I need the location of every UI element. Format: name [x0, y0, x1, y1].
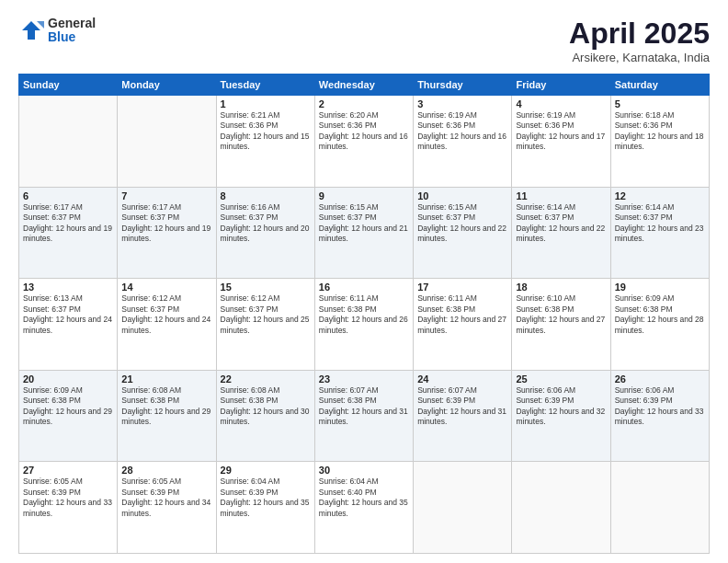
col-saturday: Saturday	[610, 75, 709, 96]
svg-marker-0	[22, 21, 40, 40]
day-info: Sunrise: 6:11 AM Sunset: 6:38 PM Dayligh…	[319, 293, 409, 336]
day-info: Sunrise: 6:09 AM Sunset: 6:38 PM Dayligh…	[615, 293, 705, 336]
calendar-week-row: 27Sunrise: 6:05 AM Sunset: 6:39 PM Dayli…	[19, 462, 710, 554]
day-info: Sunrise: 6:20 AM Sunset: 6:36 PM Dayligh…	[319, 110, 409, 153]
calendar-week-row: 13Sunrise: 6:13 AM Sunset: 6:37 PM Dayli…	[19, 279, 710, 371]
day-number: 24	[417, 373, 507, 385]
day-number: 29	[221, 465, 311, 476]
calendar-table: Sunday Monday Tuesday Wednesday Thursday…	[18, 74, 710, 554]
table-row: 9Sunrise: 6:15 AM Sunset: 6:37 PM Daylig…	[314, 187, 413, 279]
day-number: 6	[23, 190, 113, 201]
table-row: 3Sunrise: 6:19 AM Sunset: 6:36 PM Daylig…	[414, 96, 512, 188]
col-monday: Monday	[118, 75, 216, 96]
day-number: 21	[121, 373, 211, 385]
table-row: 16Sunrise: 6:11 AM Sunset: 6:38 PM Dayli…	[314, 279, 413, 371]
day-info: Sunrise: 6:15 AM Sunset: 6:37 PM Dayligh…	[417, 202, 507, 245]
calendar-week-row: 20Sunrise: 6:09 AM Sunset: 6:38 PM Dayli…	[19, 370, 710, 462]
table-row	[118, 96, 216, 188]
table-row: 26Sunrise: 6:06 AM Sunset: 6:39 PM Dayli…	[610, 370, 709, 462]
day-info: Sunrise: 6:14 AM Sunset: 6:37 PM Dayligh…	[516, 202, 606, 245]
day-number: 26	[615, 373, 705, 385]
table-row: 18Sunrise: 6:10 AM Sunset: 6:38 PM Dayli…	[512, 279, 610, 371]
col-wednesday: Wednesday	[314, 75, 413, 96]
svg-marker-1	[37, 21, 44, 29]
page: General Blue April 2025 Arsikere, Karnat…	[0, 0, 728, 563]
day-info: Sunrise: 6:16 AM Sunset: 6:37 PM Dayligh…	[221, 202, 311, 245]
table-row	[610, 462, 709, 554]
day-number: 18	[516, 282, 606, 293]
day-info: Sunrise: 6:08 AM Sunset: 6:38 PM Dayligh…	[121, 385, 211, 428]
logo-text: General Blue	[48, 17, 96, 45]
day-info: Sunrise: 6:21 AM Sunset: 6:36 PM Dayligh…	[221, 110, 311, 153]
day-number: 16	[319, 282, 409, 293]
day-number: 19	[615, 282, 705, 293]
table-row: 2Sunrise: 6:20 AM Sunset: 6:36 PM Daylig…	[314, 96, 413, 188]
logo-icon	[18, 17, 44, 43]
day-info: Sunrise: 6:05 AM Sunset: 6:39 PM Dayligh…	[121, 477, 211, 519]
logo: General Blue	[18, 17, 96, 45]
table-row	[414, 462, 512, 554]
day-number: 2	[319, 98, 409, 109]
table-row: 8Sunrise: 6:16 AM Sunset: 6:37 PM Daylig…	[216, 187, 314, 279]
col-friday: Friday	[512, 75, 610, 96]
day-number: 22	[221, 373, 311, 385]
table-row: 11Sunrise: 6:14 AM Sunset: 6:37 PM Dayli…	[512, 187, 610, 279]
location: Arsikere, Karnataka, India	[569, 51, 710, 64]
day-number: 4	[516, 98, 606, 109]
day-number: 17	[417, 282, 507, 293]
col-sunday: Sunday	[19, 75, 118, 96]
day-info: Sunrise: 6:17 AM Sunset: 6:37 PM Dayligh…	[121, 202, 211, 245]
table-row: 1Sunrise: 6:21 AM Sunset: 6:36 PM Daylig…	[216, 96, 314, 188]
day-number: 7	[121, 190, 211, 201]
table-row: 6Sunrise: 6:17 AM Sunset: 6:37 PM Daylig…	[19, 187, 118, 279]
header: General Blue April 2025 Arsikere, Karnat…	[18, 17, 710, 64]
day-info: Sunrise: 6:19 AM Sunset: 6:36 PM Dayligh…	[417, 110, 507, 153]
table-row: 22Sunrise: 6:08 AM Sunset: 6:38 PM Dayli…	[216, 370, 314, 462]
col-thursday: Thursday	[414, 75, 512, 96]
day-info: Sunrise: 6:18 AM Sunset: 6:36 PM Dayligh…	[615, 110, 705, 153]
day-info: Sunrise: 6:04 AM Sunset: 6:40 PM Dayligh…	[319, 477, 409, 519]
day-info: Sunrise: 6:06 AM Sunset: 6:39 PM Dayligh…	[615, 385, 705, 428]
day-info: Sunrise: 6:11 AM Sunset: 6:38 PM Dayligh…	[417, 293, 507, 336]
day-number: 3	[417, 98, 507, 109]
day-info: Sunrise: 6:08 AM Sunset: 6:38 PM Dayligh…	[221, 385, 311, 428]
table-row: 14Sunrise: 6:12 AM Sunset: 6:37 PM Dayli…	[118, 279, 216, 371]
day-number: 25	[516, 373, 606, 385]
table-row: 10Sunrise: 6:15 AM Sunset: 6:37 PM Dayli…	[414, 187, 512, 279]
table-row: 29Sunrise: 6:04 AM Sunset: 6:39 PM Dayli…	[216, 462, 314, 554]
table-row: 24Sunrise: 6:07 AM Sunset: 6:39 PM Dayli…	[414, 370, 512, 462]
day-number: 27	[23, 465, 113, 476]
day-info: Sunrise: 6:19 AM Sunset: 6:36 PM Dayligh…	[516, 110, 606, 153]
day-info: Sunrise: 6:09 AM Sunset: 6:38 PM Dayligh…	[23, 385, 113, 428]
table-row: 23Sunrise: 6:07 AM Sunset: 6:38 PM Dayli…	[314, 370, 413, 462]
day-number: 9	[319, 190, 409, 201]
month-title: April 2025	[569, 17, 710, 51]
day-info: Sunrise: 6:04 AM Sunset: 6:39 PM Dayligh…	[221, 477, 311, 519]
day-number: 23	[319, 373, 409, 385]
day-info: Sunrise: 6:07 AM Sunset: 6:38 PM Dayligh…	[319, 385, 409, 428]
table-row	[512, 462, 610, 554]
day-info: Sunrise: 6:06 AM Sunset: 6:39 PM Dayligh…	[516, 385, 606, 428]
title-block: April 2025 Arsikere, Karnataka, India	[569, 17, 710, 64]
day-number: 11	[516, 190, 606, 201]
day-number: 13	[23, 282, 113, 293]
calendar-week-row: 1Sunrise: 6:21 AM Sunset: 6:36 PM Daylig…	[19, 96, 710, 188]
table-row: 4Sunrise: 6:19 AM Sunset: 6:36 PM Daylig…	[512, 96, 610, 188]
col-tuesday: Tuesday	[216, 75, 314, 96]
table-row: 7Sunrise: 6:17 AM Sunset: 6:37 PM Daylig…	[118, 187, 216, 279]
table-row: 25Sunrise: 6:06 AM Sunset: 6:39 PM Dayli…	[512, 370, 610, 462]
table-row: 30Sunrise: 6:04 AM Sunset: 6:40 PM Dayli…	[314, 462, 413, 554]
day-number: 1	[221, 98, 311, 109]
table-row	[19, 96, 118, 188]
table-row: 21Sunrise: 6:08 AM Sunset: 6:38 PM Dayli…	[118, 370, 216, 462]
day-info: Sunrise: 6:13 AM Sunset: 6:37 PM Dayligh…	[23, 293, 113, 336]
day-info: Sunrise: 6:10 AM Sunset: 6:38 PM Dayligh…	[516, 293, 606, 336]
day-number: 20	[23, 373, 113, 385]
day-number: 28	[121, 465, 211, 476]
logo-general-text: General	[48, 17, 96, 30]
day-number: 8	[221, 190, 311, 201]
day-number: 5	[615, 98, 705, 109]
day-number: 14	[121, 282, 211, 293]
day-info: Sunrise: 6:17 AM Sunset: 6:37 PM Dayligh…	[23, 202, 113, 245]
day-info: Sunrise: 6:14 AM Sunset: 6:37 PM Dayligh…	[615, 202, 705, 245]
